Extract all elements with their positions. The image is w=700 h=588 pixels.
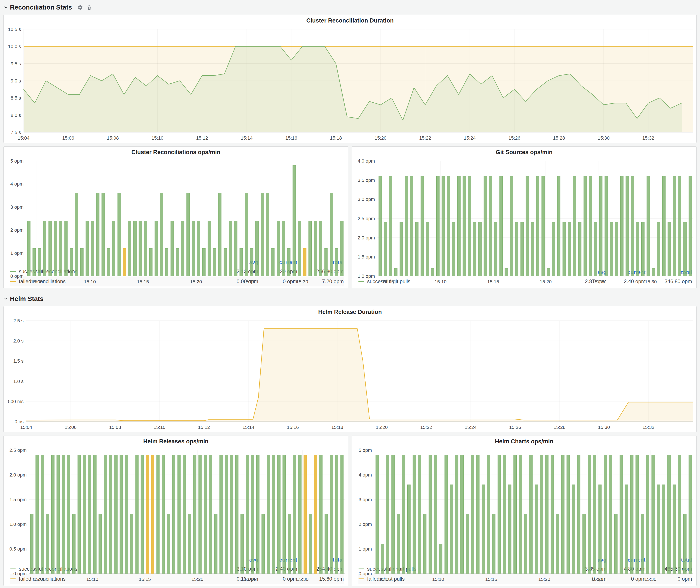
svg-text:9.5 s: 9.5 s <box>11 61 21 66</box>
svg-text:15:30: 15:30 <box>598 135 610 141</box>
panel-row-ops: Cluster Reconciliations ops/min 0 opm1 o… <box>3 146 697 288</box>
svg-text:3.5 opm: 3.5 opm <box>358 178 375 183</box>
svg-text:3 opm: 3 opm <box>359 497 372 502</box>
svg-text:15:30: 15:30 <box>598 425 610 430</box>
svg-text:2.0 opm: 2.0 opm <box>358 235 375 241</box>
svg-text:15:05: 15:05 <box>31 279 43 284</box>
svg-text:8.0 s: 8.0 s <box>11 113 21 118</box>
svg-text:15:05: 15:05 <box>379 577 391 582</box>
svg-text:15:10: 15:10 <box>435 279 447 284</box>
chart-git-sources-opm[interactable]: 1.0 opm1.5 opm2.0 opm2.5 opm3.0 opm3.5 o… <box>352 158 696 268</box>
panel-git-sources-opm: Git Sources ops/min 1.0 opm1.5 opm2.0 op… <box>352 146 697 288</box>
chart-svg: 0 ns500 ms1.0 s1.5 s2.0 s2.5 s15:0415:06… <box>4 318 696 432</box>
svg-text:15:20: 15:20 <box>376 425 388 430</box>
chart-helm-release-duration[interactable]: 0 ns500 ms1.0 s1.5 s2.0 s2.5 s15:0415:06… <box>4 318 696 432</box>
row-header-helm-stats: Helm Stats <box>3 294 697 304</box>
svg-text:15:06: 15:06 <box>62 135 74 141</box>
chart-svg: 0 opm0.5 opm1.0 opm1.5 opm2.0 opm2.5 opm… <box>4 447 348 584</box>
x-axis-labels: 15:0415:0615:0815:1015:1215:1415:1615:18… <box>18 135 654 141</box>
svg-text:1.5 s: 1.5 s <box>13 358 24 364</box>
grafana-dashboard: Reconciliation Stats Cluster Reconciliat… <box>0 0 700 588</box>
svg-text:1.0 s: 1.0 s <box>13 379 24 384</box>
x-axis-labels: 15:0515:1015:1515:2015:2515:30 <box>379 577 656 582</box>
trash-icon[interactable] <box>87 5 92 10</box>
svg-text:15:20: 15:20 <box>190 279 202 284</box>
chart-helm-releases-opm[interactable]: 0 opm0.5 opm1.0 opm1.5 opm2.0 opm2.5 opm… <box>4 447 348 556</box>
x-axis-labels: 15:0515:1015:1515:2015:2515:30 <box>31 279 308 284</box>
svg-text:5 opm: 5 opm <box>359 447 372 453</box>
svg-text:15:12: 15:12 <box>198 425 210 430</box>
row-header-reconciliation-stats: Reconciliation Stats <box>3 3 697 12</box>
series-#EAB839[interactable] <box>26 329 693 422</box>
series-#7EB26D[interactable] <box>26 421 693 422</box>
panel-title-cluster-reconciliation-duration[interactable]: Cluster Reconciliation Duration <box>4 15 696 26</box>
gear-icon[interactable] <box>77 5 83 10</box>
svg-text:15:16: 15:16 <box>285 135 297 141</box>
svg-text:3.0 opm: 3.0 opm <box>358 197 375 202</box>
svg-text:2.0 opm: 2.0 opm <box>10 472 27 478</box>
svg-text:15:04: 15:04 <box>20 425 32 430</box>
chart-helm-charts-opm[interactable]: 0 opm1 opm2 opm3 opm4 opm5 opm15:0515:10… <box>352 447 696 556</box>
series-successful-reconciliations[interactable] <box>27 165 343 276</box>
series-successful-chart-pulls[interactable] <box>376 455 692 573</box>
svg-text:15:12: 15:12 <box>196 135 208 141</box>
svg-text:15:10: 15:10 <box>84 279 96 284</box>
row-title-helm-stats[interactable]: Helm Stats <box>10 295 44 302</box>
svg-text:4 opm: 4 opm <box>359 472 372 478</box>
y-axis-labels: 0 opm0.5 opm1.0 opm1.5 opm2.0 opm2.5 opm <box>10 447 27 576</box>
svg-text:500 ms: 500 ms <box>8 399 24 404</box>
panel-title-git-sources-opm[interactable]: Git Sources ops/min <box>352 147 696 158</box>
series-successful-reconciliations[interactable] <box>30 455 343 573</box>
svg-text:15:10: 15:10 <box>152 135 163 141</box>
y-axis-labels: 0 opm1 opm2 opm3 opm4 opm5 opm <box>359 447 372 576</box>
svg-text:0.5 opm: 0.5 opm <box>10 546 27 552</box>
svg-text:15:28: 15:28 <box>553 135 565 141</box>
svg-text:15:25: 15:25 <box>592 279 604 284</box>
grid-lines <box>29 450 345 573</box>
svg-text:2.5 opm: 2.5 opm <box>358 216 375 221</box>
svg-text:2.5 opm: 2.5 opm <box>10 447 27 453</box>
chart-cluster-reconciliations-opm[interactable]: 0 opm1 opm2 opm3 opm4 opm5 opm15:0515:10… <box>4 158 348 258</box>
svg-text:15:24: 15:24 <box>465 425 477 430</box>
row-title-reconciliation-stats[interactable]: Reconciliation Stats <box>10 4 72 11</box>
panel-title-helm-releases-opm[interactable]: Helm Releases ops/min <box>4 436 348 447</box>
svg-text:7.5 s: 7.5 s <box>11 130 21 135</box>
x-axis-labels: 15:0515:1015:1515:2015:2515:30 <box>382 279 657 284</box>
svg-text:15:16: 15:16 <box>287 425 299 430</box>
panel-title-helm-charts-opm[interactable]: Helm Charts ops/min <box>352 436 696 447</box>
svg-text:15:32: 15:32 <box>642 135 654 141</box>
chart-cluster-reconciliation-duration[interactable]: 7.5 s8.0 s8.5 s9.0 s9.5 s10.0 s10.5 s15:… <box>4 26 696 143</box>
chevron-down-icon[interactable] <box>3 296 8 301</box>
x-axis-labels: 15:0515:1015:1515:2015:2515:30 <box>34 577 308 582</box>
x-axis-labels: 15:0415:0615:0815:1015:1215:1415:1615:18… <box>20 425 654 430</box>
y-axis-labels: 0 opm1 opm2 opm3 opm4 opm5 opm <box>10 158 24 279</box>
panel-helm-release-duration: Helm Release Duration 0 ns500 ms1.0 s1.5… <box>3 306 697 432</box>
panel-title-cluster-reconciliations-opm[interactable]: Cluster Reconciliations ops/min <box>4 147 348 158</box>
svg-text:15:25: 15:25 <box>591 577 603 582</box>
chart-svg: 7.5 s8.0 s8.5 s9.0 s9.5 s10.0 s10.5 s15:… <box>4 26 696 143</box>
panel-cluster-reconciliations-opm: Cluster Reconciliations ops/min 0 opm1 o… <box>3 146 348 288</box>
svg-text:1.5 opm: 1.5 opm <box>10 497 27 502</box>
svg-text:1.0 opm: 1.0 opm <box>358 273 375 279</box>
series-successful-git-pulls[interactable] <box>379 176 692 276</box>
svg-text:2 opm: 2 opm <box>359 522 372 527</box>
grid-lines <box>26 161 345 276</box>
svg-text:1.0 opm: 1.0 opm <box>10 522 27 527</box>
panel-title-helm-release-duration[interactable]: Helm Release Duration <box>4 306 696 318</box>
svg-text:15:20: 15:20 <box>192 577 203 582</box>
svg-text:15:25: 15:25 <box>243 279 255 284</box>
panel-helm-charts-opm: Helm Charts ops/min 0 opm1 opm2 opm3 opm… <box>352 436 697 586</box>
svg-text:15:20: 15:20 <box>538 577 550 582</box>
svg-text:15:08: 15:08 <box>107 135 119 141</box>
svg-text:15:08: 15:08 <box>109 425 121 430</box>
chevron-down-icon[interactable] <box>3 5 8 10</box>
svg-text:15:05: 15:05 <box>382 279 394 284</box>
y-axis-labels: 0 ns500 ms1.0 s1.5 s2.0 s2.5 s <box>8 318 24 424</box>
svg-text:0 ns: 0 ns <box>15 419 24 424</box>
svg-text:15:10: 15:10 <box>153 425 165 430</box>
svg-text:15:28: 15:28 <box>553 425 565 430</box>
svg-text:15:30: 15:30 <box>645 279 657 284</box>
svg-text:15:05: 15:05 <box>34 577 46 582</box>
svg-text:15:26: 15:26 <box>509 425 521 430</box>
svg-text:15:15: 15:15 <box>487 279 499 284</box>
